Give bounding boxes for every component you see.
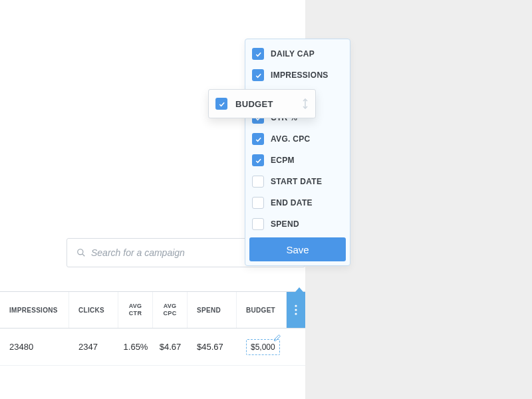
edit-icon[interactable] (273, 334, 281, 342)
column-option-label: IMPRESSIONS (271, 70, 329, 80)
col-spend[interactable]: SPEND (188, 292, 237, 328)
column-option-label: ECPM (271, 156, 295, 165)
column-option-avg-cpc[interactable]: AVG. CPC (249, 128, 346, 150)
save-button[interactable]: Save (249, 237, 346, 261)
col-avg-cpc[interactable]: AVGCPC (153, 292, 188, 328)
col-budget[interactable]: BUDGET (237, 292, 287, 328)
popover-caret-icon (295, 287, 303, 292)
column-option-label: AVG. CPC (271, 134, 311, 144)
cell-spend: $45.67 (188, 329, 237, 365)
search-icon (76, 248, 86, 257)
column-option-label: END DATE (271, 198, 313, 207)
column-option-start-date[interactable]: START DATE (249, 171, 346, 192)
table-header-row: IMPRESSIONS CLICKS AVGCTR AVGCPC SPEND B… (0, 291, 305, 329)
checkbox-icon[interactable] (252, 176, 264, 188)
checkbox-icon[interactable] (252, 218, 264, 230)
table-row: 23480 2347 1.65% $4.67 $45.67 $5,000 (0, 329, 305, 366)
column-option-label: DAILY CAP (271, 49, 315, 59)
drag-handle-icon[interactable] (302, 98, 309, 109)
cell-impressions: 23480 (0, 329, 69, 365)
column-option-label: START DATE (271, 177, 322, 186)
cell-avg-cpc: $4.67 (153, 329, 188, 365)
col-impressions[interactable]: IMPRESSIONS (0, 292, 69, 328)
checkbox-icon[interactable] (252, 154, 264, 166)
column-option-spend[interactable]: SPEND (249, 213, 346, 235)
svg-line-1 (82, 254, 84, 256)
checkbox-icon[interactable] (252, 69, 264, 81)
col-avg-ctr[interactable]: AVGCTR (118, 292, 153, 328)
column-option-end-date[interactable]: END DATE (249, 192, 346, 213)
column-option-impressions[interactable]: IMPRESSIONS (249, 65, 346, 86)
column-settings-button[interactable] (287, 292, 305, 328)
checkbox-icon[interactable] (252, 133, 264, 145)
column-option-label: SPEND (271, 219, 299, 229)
column-settings-popover: DAILY CAP IMPRESSIONS CTR % AVG. CPC ECP… (245, 39, 350, 266)
column-option-ecpm[interactable]: ECPM (249, 150, 346, 171)
dragging-column-label: BUDGET (235, 99, 302, 109)
svg-point-2 (295, 305, 297, 307)
column-option-daily-cap[interactable]: DAILY CAP (249, 43, 346, 65)
checkbox-icon[interactable] (215, 98, 227, 110)
svg-point-3 (295, 309, 297, 311)
checkbox-icon[interactable] (252, 197, 264, 209)
dragging-column-chip[interactable]: BUDGET (208, 89, 316, 118)
cell-avg-ctr: 1.65% (118, 329, 153, 365)
col-clicks[interactable]: CLICKS (69, 292, 118, 328)
svg-point-0 (78, 249, 83, 255)
cell-budget[interactable]: $5,000 (237, 329, 287, 365)
more-vertical-icon (295, 305, 297, 315)
campaign-table: IMPRESSIONS CLICKS AVGCTR AVGCPC SPEND B… (0, 291, 305, 366)
svg-point-4 (295, 313, 297, 315)
checkbox-icon[interactable] (252, 48, 264, 60)
cell-clicks: 2347 (69, 329, 118, 365)
